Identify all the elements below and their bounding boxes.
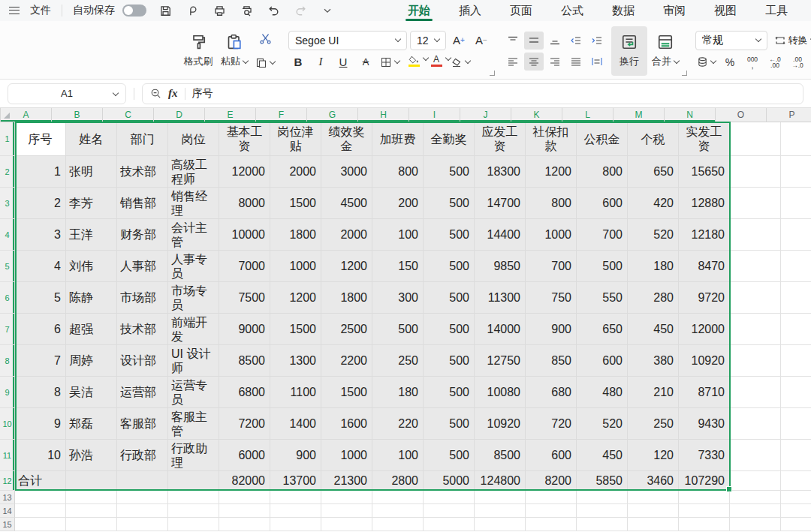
- column-header-N[interactable]: N: [665, 108, 716, 122]
- tab-tools[interactable]: 工具: [751, 0, 802, 21]
- cell-D3[interactable]: 销售经 理: [168, 188, 219, 219]
- cell-G5[interactable]: 1200: [321, 251, 372, 282]
- cell-B13[interactable]: [66, 491, 117, 504]
- cell-M2[interactable]: 650: [628, 156, 679, 188]
- cell-B10[interactable]: 郑磊: [66, 408, 117, 440]
- cell-G10[interactable]: 1600: [321, 408, 372, 440]
- cell-C14[interactable]: [117, 504, 168, 518]
- cell-K14[interactable]: [526, 504, 577, 518]
- cell-F7[interactable]: 1500: [270, 314, 321, 345]
- cell-J14[interactable]: [475, 504, 526, 518]
- cell-E10[interactable]: 7200: [219, 408, 270, 440]
- font-color-button[interactable]: A: [427, 53, 446, 71]
- cell-I11[interactable]: 500: [424, 440, 475, 471]
- cell-A14[interactable]: [15, 504, 66, 518]
- cell-B3[interactable]: 李芳: [66, 188, 117, 219]
- cell-D5[interactable]: 人事专 员: [168, 251, 219, 282]
- cell-I5[interactable]: 500: [424, 251, 475, 282]
- cell-D7[interactable]: 前端开 发: [168, 314, 219, 345]
- cell-C15[interactable]: [117, 518, 168, 531]
- cut-button[interactable]: [254, 30, 276, 48]
- cell-C9[interactable]: 运营部: [117, 377, 168, 408]
- tab-insert[interactable]: 插入: [445, 0, 496, 21]
- cell-M7[interactable]: 450: [628, 314, 679, 345]
- cell-G13[interactable]: [321, 491, 372, 504]
- cell-G12[interactable]: 21300: [321, 471, 372, 491]
- cell-B4[interactable]: 王洋: [66, 219, 117, 251]
- cell-F8[interactable]: 1300: [270, 345, 321, 377]
- select-all-corner[interactable]: [0, 108, 1, 122]
- cell-C12[interactable]: [117, 471, 168, 491]
- cell-F1[interactable]: 岗位津 贴: [270, 122, 321, 156]
- row-header-7[interactable]: 7: [0, 314, 15, 345]
- cell-H15[interactable]: [372, 518, 424, 531]
- row-header-10[interactable]: 10: [0, 408, 15, 440]
- cell-F5[interactable]: 1000: [270, 251, 321, 282]
- cell-M14[interactable]: [628, 504, 679, 518]
- cell-D10[interactable]: 客服主 管: [168, 408, 219, 440]
- cell-G2[interactable]: 3000: [321, 156, 372, 188]
- cell-B15[interactable]: [66, 518, 117, 531]
- cell-O3[interactable]: [730, 188, 781, 219]
- cell-L13[interactable]: [577, 491, 628, 504]
- share-icon[interactable]: [184, 2, 200, 19]
- cell-M5[interactable]: 180: [628, 251, 679, 282]
- cell-L5[interactable]: 500: [577, 251, 628, 282]
- cell-C10[interactable]: 客服部: [117, 408, 168, 440]
- cell-N15[interactable]: [679, 518, 730, 531]
- cell-J7[interactable]: 14000: [475, 314, 526, 345]
- cell-O12[interactable]: [730, 471, 781, 491]
- cell-F10[interactable]: 1400: [270, 408, 321, 440]
- cell-F13[interactable]: [270, 491, 321, 504]
- cell-L6[interactable]: 550: [577, 282, 628, 314]
- cell-J4[interactable]: 14400: [475, 219, 526, 251]
- percent-button[interactable]: %: [720, 53, 740, 71]
- cell-O7[interactable]: [730, 314, 781, 345]
- cell-D6[interactable]: 市场专 员: [168, 282, 219, 314]
- cell-K5[interactable]: 700: [526, 251, 577, 282]
- font-name-select[interactable]: Segoe UI: [288, 31, 407, 50]
- cell-A15[interactable]: [15, 518, 66, 531]
- cell-E3[interactable]: 8000: [219, 188, 270, 219]
- cell-H7[interactable]: 500: [372, 314, 424, 345]
- cell-A8[interactable]: 7: [15, 345, 66, 377]
- cell-F15[interactable]: [270, 518, 321, 531]
- cell-B5[interactable]: 刘伟: [66, 251, 117, 282]
- column-header-G[interactable]: G: [307, 108, 358, 122]
- cell-J8[interactable]: 12750: [475, 345, 526, 377]
- cell-G11[interactable]: 1000: [321, 440, 372, 471]
- number-format-select[interactable]: 常规: [695, 31, 767, 50]
- cell-B12[interactable]: [66, 471, 117, 491]
- column-header-C[interactable]: C: [103, 108, 154, 122]
- column-header-E[interactable]: E: [205, 108, 256, 122]
- cell-G8[interactable]: 2200: [321, 345, 372, 377]
- cell-C8[interactable]: 设计部: [117, 345, 168, 377]
- row-header-13[interactable]: 13: [0, 491, 15, 504]
- cell-C4[interactable]: 财务部: [117, 219, 168, 251]
- cell-N6[interactable]: 9720: [679, 282, 730, 314]
- borders-button[interactable]: [378, 53, 401, 71]
- cell-O15[interactable]: [730, 518, 781, 531]
- cell-K13[interactable]: [526, 491, 577, 504]
- row-header-15[interactable]: 15: [0, 518, 15, 531]
- print-icon[interactable]: [211, 2, 228, 19]
- cell-E11[interactable]: 6000: [219, 440, 270, 471]
- column-header-H[interactable]: H: [358, 108, 409, 122]
- cell-J1[interactable]: 应发工 资: [475, 122, 526, 156]
- cell-J10[interactable]: 10920: [475, 408, 526, 440]
- cell-M13[interactable]: [628, 491, 679, 504]
- cell-I14[interactable]: [424, 504, 475, 518]
- row-header-9[interactable]: 9: [0, 377, 15, 408]
- font-dialog-launcher[interactable]: [490, 71, 495, 76]
- cell-P12[interactable]: [781, 471, 811, 491]
- cell-H6[interactable]: 300: [372, 282, 424, 314]
- row-header-4[interactable]: 4: [0, 219, 15, 251]
- cell-L7[interactable]: 650: [577, 314, 628, 345]
- cell-H5[interactable]: 150: [372, 251, 424, 282]
- cell-N1[interactable]: 实发工 资: [679, 122, 730, 156]
- decrease-font-button[interactable]: A−: [472, 32, 491, 50]
- cell-A10[interactable]: 9: [15, 408, 66, 440]
- cell-H12[interactable]: 2800: [372, 471, 424, 491]
- cell-I7[interactable]: 500: [424, 314, 475, 345]
- cell-N10[interactable]: 9430: [679, 408, 730, 440]
